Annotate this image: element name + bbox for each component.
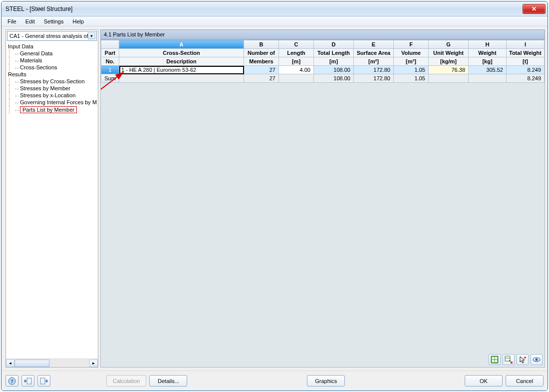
chevron-down-icon: ▼ — [88, 32, 95, 39]
hdr-total-length-unit: [m] — [314, 57, 354, 66]
hdr-unit-weight-unit: [kg/m] — [429, 57, 469, 66]
col-letter-b[interactable]: B — [244, 40, 279, 49]
tree-item-parts-list[interactable]: Parts List by Member — [6, 106, 98, 114]
hdr-cross-section: Cross-Section — [119, 49, 244, 57]
hdr-length-unit: [m] — [279, 57, 314, 66]
titlebar: STEEL - [Steel Structure] ✕ — [1, 1, 548, 16]
menu-settings[interactable]: Settings — [40, 17, 68, 25]
col-letter-c[interactable]: C — [279, 40, 314, 49]
selected-tree-item: Parts List by Member — [20, 106, 77, 113]
svg-point-7 — [524, 357, 526, 359]
case-selector[interactable]: CA1 - General stress analysis of ▼ — [7, 31, 97, 41]
case-selector-value: CA1 - General stress analysis of — [9, 33, 88, 39]
col-letter-a[interactable]: A — [119, 40, 244, 49]
hdr-surface-unit: [m²] — [354, 57, 394, 66]
cell-members: 27 — [244, 66, 279, 74]
scroll-track[interactable] — [14, 360, 89, 367]
panel-title: 4.1 Parts List by Member — [100, 29, 545, 39]
hdr-length: Length — [279, 49, 314, 57]
tree-header-results: Results — [6, 71, 98, 78]
col-letter-h[interactable]: H — [469, 40, 507, 49]
col-letter-d[interactable]: D — [314, 40, 354, 49]
hdr-weight-unit: [kg] — [469, 57, 507, 66]
cell-unit-weight: 76.38 — [429, 66, 469, 74]
tree-header-input: Input Data — [6, 43, 98, 50]
sum-surface: 172.80 — [354, 74, 394, 83]
cell-surface: 172.80 — [354, 66, 394, 74]
tree-item-cross-sections[interactable]: Cross-Sections — [6, 64, 98, 71]
app-window: STEEL - [Steel Structure] ✕ File Edit Se… — [1, 1, 548, 391]
hdr-volume: Volume — [394, 49, 429, 57]
svg-rect-12 — [27, 378, 31, 384]
hdr-total-length: Total Length — [314, 49, 354, 57]
content-area: CA1 - General stress analysis of ▼ Input… — [1, 26, 548, 371]
tree-item-materials[interactable]: Materials — [6, 57, 98, 64]
window-title: STEEL - [Steel Structure] — [5, 5, 523, 12]
calculation-button[interactable]: Calculation — [106, 375, 146, 387]
menu-help[interactable]: Help — [68, 17, 88, 25]
table-arrow-icon — [505, 356, 513, 364]
cancel-button[interactable]: Cancel — [506, 375, 544, 387]
grid-area: A B C D E F G H I Part Cross-Section — [100, 39, 545, 368]
hdr-weight: Weight — [469, 49, 507, 57]
prev-table-button[interactable] — [21, 375, 34, 387]
hdr-unit-weight: Unit Weight — [429, 49, 469, 57]
tree-item-stresses-cross-section[interactable]: Stresses by Cross-Section — [6, 78, 98, 85]
col-letter-f[interactable]: F — [394, 40, 429, 49]
nav-tree: Input Data General Data Materials Cross-… — [6, 42, 98, 359]
col-hdr-blank — [101, 40, 119, 49]
help-icon: ? — [8, 377, 16, 385]
sum-desc — [119, 74, 244, 83]
menu-file[interactable]: File — [3, 17, 20, 25]
hdr-volume-unit: [m³] — [394, 57, 429, 66]
ok-button[interactable]: OK — [465, 375, 503, 387]
hdr-surface-area: Surface Area — [354, 49, 394, 57]
export-excel-button[interactable] — [489, 354, 501, 365]
scroll-left-icon[interactable]: ◄ — [6, 360, 14, 367]
navigator-panel: CA1 - General stress analysis of ▼ Input… — [5, 29, 98, 368]
col-letter-e[interactable]: E — [354, 40, 394, 49]
cell-length: 4.00 — [279, 66, 314, 74]
close-icon: ✕ — [532, 5, 537, 12]
sum-total-weight: 8.249 — [507, 74, 545, 83]
parts-table[interactable]: A B C D E F G H I Part Cross-Section — [101, 40, 545, 83]
tree-scrollbar[interactable]: ◄ ► — [6, 359, 98, 367]
sum-weight — [469, 74, 507, 83]
next-icon — [40, 378, 48, 385]
svg-point-9 — [536, 359, 538, 361]
export-table-button[interactable] — [503, 354, 515, 365]
pick-button[interactable] — [517, 354, 529, 365]
view-button[interactable] — [531, 354, 543, 365]
table-row[interactable]: 1 1 - HE A 280 | Euronorm 53-62 27 4.00 … — [101, 66, 545, 74]
sum-volume: 1.05 — [394, 74, 429, 83]
cell-total-length: 108.00 — [314, 66, 354, 74]
svg-text:?: ? — [10, 378, 13, 384]
cell-weight: 305.52 — [469, 66, 507, 74]
graphics-button[interactable]: Graphics — [307, 375, 345, 387]
col-letter-g[interactable]: G — [429, 40, 469, 49]
next-table-button[interactable] — [37, 375, 50, 387]
tree-item-stresses-x-location[interactable]: Stresses by x-Location — [6, 92, 98, 99]
close-button[interactable]: ✕ — [523, 4, 546, 14]
hdr-no: No. — [101, 57, 119, 66]
tree-item-general-data[interactable]: General Data — [6, 50, 98, 57]
menu-edit[interactable]: Edit — [21, 17, 39, 25]
sum-total-length: 108.00 — [314, 74, 354, 83]
bottom-toolbar: ? Calculation Details... Graphics OK Can… — [1, 371, 548, 391]
eye-icon — [533, 356, 541, 364]
menubar: File Edit Settings Help — [1, 16, 548, 26]
hdr-members: Members — [244, 57, 279, 66]
tree-item-stresses-member[interactable]: Stresses by Member — [6, 85, 98, 92]
cell-volume: 1.05 — [394, 66, 429, 74]
col-letter-i[interactable]: I — [507, 40, 545, 49]
tree-item-governing-forces[interactable]: Governing Internal Forces by M — [6, 99, 98, 106]
hdr-part: Part — [101, 49, 119, 57]
main-panel: 4.1 Parts List by Member A B C — [100, 29, 545, 368]
sum-unit-weight — [429, 74, 469, 83]
scroll-right-icon[interactable]: ► — [89, 360, 98, 367]
scroll-thumb[interactable] — [14, 360, 49, 367]
sum-members: 27 — [244, 74, 279, 83]
help-button[interactable]: ? — [5, 375, 18, 387]
cell-description[interactable]: 1 - HE A 280 | Euronorm 53-62 — [119, 66, 244, 74]
details-button[interactable]: Details... — [149, 375, 187, 387]
